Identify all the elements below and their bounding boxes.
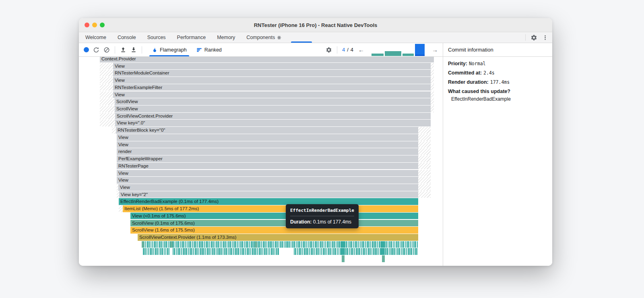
flame-bar[interactable]: ScrollView — [115, 98, 431, 105]
hatch-region — [431, 98, 434, 105]
flame-bar[interactable] — [342, 255, 345, 262]
flame-bar[interactable]: View — [113, 77, 431, 84]
view-toggle: FlamegraphRanked — [147, 43, 227, 56]
divider — [115, 46, 115, 54]
flame-bar[interactable]: ItemList (Memo) (1.5ms of 177.2ms) — [123, 205, 418, 212]
hatch-region — [431, 63, 434, 70]
view-ranked-button[interactable]: Ranked — [192, 43, 227, 56]
flame-bar[interactable]: RNTesterBlock key="0" — [116, 127, 418, 134]
flame-tooltip: EffectInRenderBadExample Duration: 0.1ms… — [286, 204, 359, 228]
flame-bar[interactable]: ScrollView (1.6ms of 175.5ms) — [130, 227, 418, 234]
tab-sources[interactable]: Sources — [142, 32, 171, 43]
tab-components[interactable]: Components — [241, 32, 287, 43]
flame-bar-label: ScrollViewContext.Provider — [115, 113, 431, 120]
tab-label: Console — [118, 35, 136, 40]
flame-bar-label: View — [113, 77, 431, 84]
tab-welcome[interactable]: Welcome — [80, 32, 112, 43]
flame-bar[interactable]: View (<0.1ms of 175.6ms) — [130, 213, 418, 219]
flame-bar[interactable] — [142, 241, 144, 248]
flame-bar[interactable]: PerfExampleWrapper — [117, 155, 418, 162]
commit-info-fields: Priority:NormalCommitted at:2.4sRender d… — [448, 61, 547, 85]
flame-bar[interactable]: View — [113, 63, 431, 70]
commit-info-panel: Commit information Priority:NormalCommit… — [443, 43, 552, 266]
tab-label: Performance — [177, 35, 206, 40]
hatch-region — [418, 170, 431, 177]
flame-bar[interactable] — [279, 248, 294, 255]
flame-bar[interactable]: View key="2" — [119, 191, 418, 198]
hatch-region — [100, 106, 115, 112]
title-bar: RNTester (iPhone 16 Pro) - React Native … — [79, 18, 552, 32]
hatch-region — [418, 191, 431, 198]
hatch-region — [431, 106, 434, 112]
tab-performance[interactable]: Performance — [171, 32, 212, 43]
view-flamegraph-button[interactable]: Flamegraph — [147, 43, 192, 56]
profiler-settings-gear-icon[interactable] — [326, 47, 332, 53]
tab-bar: WelcomeConsoleSourcesPerformanceMemoryCo… — [79, 32, 552, 43]
flame-bar[interactable]: RNTesterPage — [117, 163, 418, 170]
tab-profiler[interactable] — [287, 32, 316, 43]
record-button[interactable] — [84, 47, 89, 52]
flame-bar[interactable] — [381, 241, 385, 248]
upload-profile-icon[interactable] — [120, 47, 126, 53]
flame-bar[interactable] — [341, 248, 345, 255]
commit-bar-1[interactable] — [372, 54, 384, 56]
minimize-window-button[interactable] — [92, 23, 97, 27]
flame-bar[interactable]: ScrollViewContext.Provider (1.1ms of 173… — [138, 234, 418, 241]
flame-bar[interactable] — [382, 255, 385, 262]
flame-bar[interactable]: View — [117, 170, 418, 177]
flame-bar[interactable]: RNTesterModuleContainer — [113, 70, 431, 77]
flame-bar[interactable]: render — [117, 148, 418, 155]
flame-bar[interactable]: View — [117, 177, 418, 184]
view-label: Flamegraph — [160, 47, 187, 53]
flame-bar[interactable]: ScrollView (0.1ms of 175.6ms) — [130, 220, 418, 227]
caused-by-component[interactable]: EffectInRenderBadExample — [448, 96, 547, 102]
kebab-menu-icon[interactable] — [542, 35, 548, 41]
flame-bar[interactable]: RNTesterExampleFilter — [113, 84, 431, 91]
flame-bar[interactable] — [142, 241, 418, 248]
hatch-region — [100, 98, 115, 105]
flame-bar[interactable] — [169, 248, 173, 255]
download-profile-icon[interactable] — [130, 47, 137, 53]
tab-strip: WelcomeConsoleSourcesPerformanceMemoryCo… — [80, 32, 316, 43]
tooltip-duration: Duration: 0.1ms of 177.4ms — [290, 219, 354, 225]
tab-memory[interactable]: Memory — [211, 32, 241, 43]
commit-bar-4[interactable] — [415, 44, 425, 56]
next-commit-arrow-icon[interactable]: → — [431, 46, 439, 53]
flame-bar[interactable]: View — [117, 134, 418, 141]
flame-bar[interactable]: Context.Provider — [100, 57, 434, 62]
flame-bar[interactable]: View — [113, 91, 431, 98]
previous-commit-arrow-icon[interactable]: ← — [357, 46, 365, 53]
profiler-pane: FlamegraphRanked 4 / 4 ← → Context.Provi… — [79, 43, 443, 266]
flame-bar[interactable] — [381, 248, 385, 255]
settings-gear-icon[interactable] — [530, 34, 537, 41]
hatch-region — [100, 70, 113, 77]
flame-bar[interactable] — [255, 241, 257, 248]
commit-separator: / — [347, 47, 349, 53]
flame-bar[interactable]: View — [118, 184, 418, 191]
close-window-button[interactable] — [85, 23, 89, 27]
divider — [337, 46, 337, 54]
hatch-region — [100, 91, 113, 98]
flame-bar[interactable] — [341, 241, 345, 248]
flame-bar-label: PerfExampleWrapper — [117, 155, 418, 162]
clear-profile-icon[interactable] — [103, 47, 110, 53]
flame-bar-label: ItemList (Memo) (1.5ms of 177.2ms) — [123, 205, 418, 212]
commit-bar-3[interactable] — [402, 54, 414, 56]
zoom-window-button[interactable] — [100, 23, 105, 27]
flame-bar-label: RNTesterExampleFilter — [113, 84, 431, 91]
flame-bar[interactable]: ScrollViewContext.Provider — [115, 113, 431, 120]
flame-bar[interactable]: EffectInRenderBadExample (0.1ms of 177.4… — [119, 198, 418, 205]
tab-label: Memory — [217, 35, 235, 40]
reload-and-profile-icon[interactable] — [93, 47, 99, 53]
profiler-toolbar: FlamegraphRanked 4 / 4 ← → — [79, 43, 443, 57]
view-label: Ranked — [204, 47, 222, 53]
hatch-region — [431, 77, 434, 84]
commit-selector-chart[interactable] — [372, 44, 425, 56]
flame-bar[interactable]: ScrollView — [115, 106, 431, 112]
hatch-region — [119, 205, 123, 212]
flame-bar[interactable] — [170, 241, 173, 248]
tab-console[interactable]: Console — [112, 32, 142, 43]
commit-bar-2[interactable] — [385, 51, 402, 56]
flame-bar[interactable]: View key=".0" — [115, 120, 431, 126]
flame-bar[interactable]: View — [117, 141, 418, 148]
